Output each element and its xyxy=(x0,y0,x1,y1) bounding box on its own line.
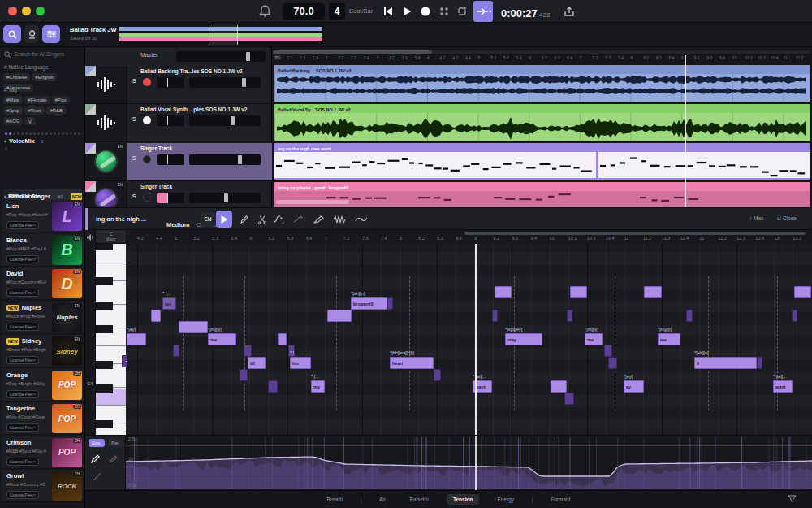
tempo-display[interactable]: 70.0 xyxy=(283,3,325,20)
note[interactable] xyxy=(495,286,512,298)
clip-label-backing[interactable]: Ballad Backing ... SOS NO 1 JW v2 xyxy=(274,67,351,73)
piano-key-black[interactable] xyxy=(96,420,113,428)
tag-chip[interactable]: #R&B xyxy=(46,106,66,115)
pagination-dot[interactable] xyxy=(5,147,7,150)
grid-mode-icon[interactable] xyxy=(438,5,451,18)
maximize-editor-button[interactable]: ↑ Max xyxy=(749,215,763,221)
search-input[interactable]: Search for AI-Singers xyxy=(14,51,64,57)
track-dot-button[interactable] xyxy=(143,116,151,124)
note-tail[interactable] xyxy=(604,345,612,357)
skip-to-start-button[interactable] xyxy=(382,5,395,18)
pitch-curve-tool-button[interactable] xyxy=(270,211,287,228)
singer-card-david[interactable]: David#Pop #Country #FolLicense Free>DEN xyxy=(2,267,84,300)
note-tail[interactable] xyxy=(792,310,797,322)
pagination-dot[interactable] xyxy=(62,132,64,135)
mixer-settings-button[interactable] xyxy=(42,25,60,43)
active-clip-name[interactable]: ing on the nigh ... xyxy=(96,215,146,223)
note[interactable]: fi xyxy=(694,357,757,369)
note[interactable] xyxy=(644,286,662,298)
pianoroll[interactable]: C Major 4.34.455.25.35.466.26.36.477.27.… xyxy=(85,230,812,435)
master-volume-slider[interactable] xyxy=(176,51,266,62)
note[interactable]: stay xyxy=(505,333,542,345)
pan-box[interactable] xyxy=(157,193,184,203)
note-tail[interactable] xyxy=(492,310,498,322)
track-icon-cell[interactable]: EN xyxy=(85,143,127,180)
minimap-window[interactable] xyxy=(209,25,238,45)
piano-key-black[interactable] xyxy=(96,325,113,333)
note[interactable]: jus xyxy=(162,297,176,310)
note[interactable]: heart xyxy=(390,357,434,369)
track-body[interactable]: Singer TrackS xyxy=(127,143,272,180)
volume-handle[interactable] xyxy=(238,155,242,164)
track-icon-cell[interactable] xyxy=(85,66,127,103)
volume-slider[interactable] xyxy=(189,193,261,203)
pan-box[interactable] xyxy=(157,77,184,88)
singer-card-tangerine[interactable]: Tangerine#Pop #Cpop #ClearLicense Free>P… xyxy=(2,402,84,435)
par-tab[interactable]: Par. xyxy=(108,439,123,447)
key-signature-box[interactable]: C Major xyxy=(96,230,126,244)
track-body[interactable]: Ballad Backing Tra...les SOS NO 1 JW v2S xyxy=(127,66,272,103)
auto-scroll-button[interactable] xyxy=(473,1,493,22)
export-icon[interactable] xyxy=(563,5,576,18)
tag-chip[interactable]: #Jpop xyxy=(3,106,23,115)
note-tail[interactable] xyxy=(567,310,572,322)
pianoroll-playhead[interactable] xyxy=(475,244,477,435)
speaker-icon[interactable] xyxy=(86,233,95,241)
singer-card-sidney[interactable]: NEWSidney#Disco #Pop #BrighLicense Free>… xyxy=(2,335,84,367)
param-tab-energy[interactable]: Energy xyxy=(490,494,520,505)
pagination-dot[interactable] xyxy=(50,132,52,135)
volume-handle[interactable] xyxy=(242,78,246,87)
pagination-dot[interactable] xyxy=(78,132,80,135)
solo-button[interactable]: S xyxy=(132,193,136,199)
piano-key-black[interactable] xyxy=(96,302,113,310)
time-display[interactable]: 0:00:27.428 xyxy=(501,6,550,20)
note[interactable]: me xyxy=(585,333,603,345)
note[interactable]: me xyxy=(658,333,680,345)
pan-box[interactable] xyxy=(157,115,184,126)
loop-icon[interactable] xyxy=(456,5,469,18)
note[interactable] xyxy=(179,321,208,333)
piano-key-black[interactable] xyxy=(96,277,113,285)
note-tail[interactable] xyxy=(757,357,762,369)
arrangement-minimap[interactable] xyxy=(118,25,324,45)
note[interactable] xyxy=(151,310,161,322)
volume-handle[interactable] xyxy=(231,116,235,125)
metronome-bell-icon[interactable] xyxy=(258,4,272,18)
singer-card-lien[interactable]: Lien#Pop #Kpop #Soul #License Free>LEN xyxy=(2,200,84,232)
singer-card-bianca[interactable]: Bianca#Pop #R&B #Soul #License Free>BEN xyxy=(2,234,84,267)
note[interactable]: brogan#2 xyxy=(351,297,387,310)
track-body[interactable]: Ballad Vocal Synth ...ples SOS NO 1 JW v… xyxy=(127,104,272,141)
param-line-tool[interactable] xyxy=(92,471,102,482)
tension-graph[interactable] xyxy=(126,436,812,491)
note[interactable] xyxy=(570,286,587,298)
pagination-dot[interactable] xyxy=(45,132,48,135)
note-tail[interactable] xyxy=(608,357,617,369)
singer-card-growl[interactable]: Growl#Rock #Country #GLicense Free>ROCKZ… xyxy=(2,470,84,502)
arrangement-view[interactable]: 70 11.21.31.422.22.32.433.23.33.444.24.3… xyxy=(272,47,812,207)
pencil-tool-button[interactable] xyxy=(236,211,253,228)
env-tab[interactable]: Env. xyxy=(89,439,105,447)
track-row-3[interactable]: ENSinger TrackS xyxy=(85,143,272,181)
solo-button[interactable]: S xyxy=(132,78,136,84)
piano-key-black[interactable] xyxy=(96,244,113,250)
voicemix-header[interactable]: ▾VoiceMix 0 xyxy=(4,132,44,146)
tag-chip[interactable]: #Rock xyxy=(24,106,45,115)
play-button[interactable] xyxy=(400,5,413,18)
piano-key-black[interactable] xyxy=(96,384,113,393)
track-dot-button[interactable] xyxy=(143,78,151,86)
singer-card-naples[interactable]: NEWNaples#Rock #Pop #PoweLicense Free>Na… xyxy=(2,302,84,334)
native-language-chip[interactable]: #Chinese xyxy=(3,73,30,81)
pagination-dot[interactable] xyxy=(74,132,76,135)
minimize-window-button[interactable] xyxy=(22,7,31,15)
note-tail[interactable] xyxy=(686,310,693,322)
close-editor-button[interactable]: ⊔ Close xyxy=(777,215,797,222)
pan-box[interactable] xyxy=(157,154,184,165)
track-icon-cell[interactable] xyxy=(85,104,127,141)
track-row-1[interactable]: Ballad Backing Tra...les SOS NO 1 JW v2S xyxy=(85,66,272,104)
singer-avatar[interactable] xyxy=(94,150,118,173)
note-tail[interactable] xyxy=(387,297,393,310)
volume-handle[interactable] xyxy=(224,193,228,202)
param-tab-falsetto[interactable]: Falsetto xyxy=(404,494,435,505)
pianoroll-ruler[interactable]: 4.34.455.25.35.466.26.36.477.27.37.488.2… xyxy=(126,236,812,244)
note[interactable]: me xyxy=(208,333,236,345)
